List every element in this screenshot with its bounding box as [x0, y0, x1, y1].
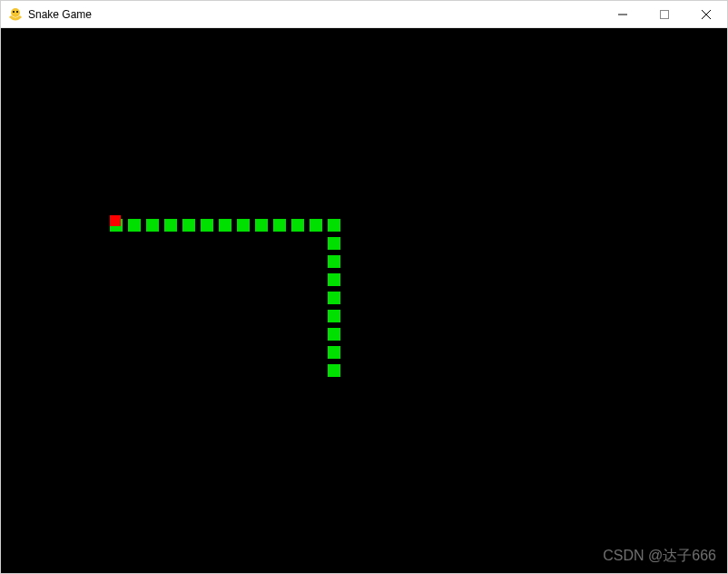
svg-point-2 [16, 11, 18, 13]
snake-segment [328, 346, 340, 359]
snake-segment [255, 219, 268, 232]
game-canvas[interactable]: CSDN @达子666 [1, 28, 727, 573]
snake-segment [164, 219, 177, 232]
minimize-button[interactable] [602, 1, 644, 27]
snake-segment [328, 219, 340, 232]
svg-point-1 [13, 11, 15, 13]
snake-segment [128, 219, 141, 232]
snake-segment [328, 328, 340, 341]
svg-point-0 [11, 8, 20, 17]
close-button[interactable] [685, 1, 727, 27]
snake-segment [291, 219, 304, 232]
maximize-button[interactable] [644, 1, 685, 27]
snake-segment [328, 310, 340, 322]
app-icon [8, 7, 23, 22]
food [110, 215, 121, 226]
titlebar: Snake Game [1, 1, 727, 28]
snake-segment [328, 292, 340, 304]
snake-segment [328, 255, 340, 268]
snake-segment [146, 219, 159, 232]
snake-segment [310, 219, 322, 232]
snake-segment [237, 219, 250, 232]
snake-segment [328, 273, 340, 286]
snake-segment [201, 219, 213, 232]
snake-segment [328, 237, 340, 250]
window-title: Snake Game [28, 8, 602, 21]
snake-segment [328, 364, 340, 377]
watermark-text: CSDN @达子666 [603, 547, 716, 566]
snake-segment [273, 219, 286, 232]
svg-rect-4 [661, 10, 669, 18]
snake-segment [219, 219, 231, 232]
app-window: Snake Game CSDN @达子666 [0, 0, 728, 574]
window-controls [602, 1, 727, 27]
snake-segment [182, 219, 195, 232]
